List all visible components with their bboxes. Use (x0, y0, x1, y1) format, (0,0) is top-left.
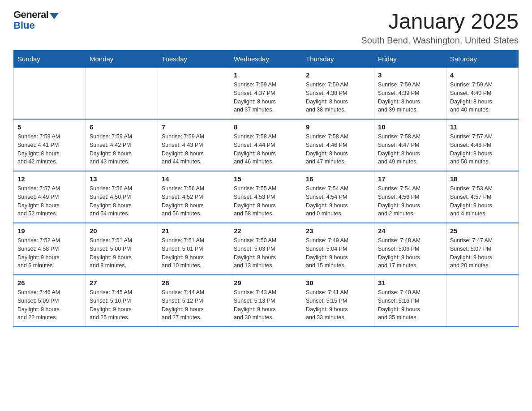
calendar-cell (86, 68, 158, 120)
cell-day-number: 17 (378, 175, 442, 183)
title-section: January 2025 South Bend, Washington, Uni… (361, 9, 519, 46)
cell-info-text: Sunrise: 7:47 AMSunset: 5:07 PMDaylight:… (450, 236, 515, 270)
logo: General Blue (13, 9, 59, 31)
cell-info-text: Sunrise: 7:40 AMSunset: 5:16 PMDaylight:… (378, 288, 442, 322)
calendar-cell: 12Sunrise: 7:57 AMSunset: 4:49 PMDayligh… (14, 171, 86, 223)
calendar-week-4: 19Sunrise: 7:52 AMSunset: 4:58 PMDayligh… (14, 223, 519, 275)
cell-info-text: Sunrise: 7:52 AMSunset: 4:58 PMDaylight:… (17, 236, 82, 270)
cell-info-text: Sunrise: 7:45 AMSunset: 5:10 PMDaylight:… (90, 288, 154, 322)
cell-day-number: 13 (90, 175, 154, 183)
calendar-cell: 28Sunrise: 7:44 AMSunset: 5:12 PMDayligh… (158, 275, 230, 327)
cell-info-text: Sunrise: 7:58 AMSunset: 4:46 PMDaylight:… (306, 133, 370, 166)
logo-arrow-icon (50, 13, 59, 19)
calendar-cell: 3Sunrise: 7:59 AMSunset: 4:39 PMDaylight… (374, 68, 446, 120)
cell-info-text: Sunrise: 7:51 AMSunset: 5:01 PMDaylight:… (162, 236, 226, 270)
calendar-cell: 10Sunrise: 7:58 AMSunset: 4:47 PMDayligh… (374, 119, 446, 171)
calendar-cell: 21Sunrise: 7:51 AMSunset: 5:01 PMDayligh… (158, 223, 230, 275)
cell-info-text: Sunrise: 7:41 AMSunset: 5:15 PMDaylight:… (306, 288, 370, 322)
weekday-header-thursday: Thursday (302, 51, 374, 68)
cell-day-number: 7 (162, 123, 226, 131)
calendar-cell: 14Sunrise: 7:56 AMSunset: 4:52 PMDayligh… (158, 171, 230, 223)
calendar-week-1: 1Sunrise: 7:59 AMSunset: 4:37 PMDaylight… (14, 68, 519, 120)
cell-day-number: 31 (378, 279, 442, 287)
cell-info-text: Sunrise: 7:59 AMSunset: 4:43 PMDaylight:… (162, 133, 226, 166)
calendar-cell (14, 68, 86, 120)
cell-info-text: Sunrise: 7:59 AMSunset: 4:42 PMDaylight:… (90, 133, 154, 166)
cell-day-number: 18 (450, 175, 515, 183)
calendar-cell: 30Sunrise: 7:41 AMSunset: 5:15 PMDayligh… (302, 275, 374, 327)
cell-info-text: Sunrise: 7:59 AMSunset: 4:41 PMDaylight:… (17, 133, 82, 166)
calendar-cell: 11Sunrise: 7:57 AMSunset: 4:48 PMDayligh… (446, 119, 519, 171)
calendar-cell: 18Sunrise: 7:53 AMSunset: 4:57 PMDayligh… (446, 171, 519, 223)
calendar-body: 1Sunrise: 7:59 AMSunset: 4:37 PMDaylight… (14, 68, 519, 327)
cell-info-text: Sunrise: 7:54 AMSunset: 4:54 PMDaylight:… (306, 184, 370, 218)
calendar-cell: 24Sunrise: 7:48 AMSunset: 5:06 PMDayligh… (374, 223, 446, 275)
cell-info-text: Sunrise: 7:59 AMSunset: 4:40 PMDaylight:… (450, 81, 515, 114)
calendar-cell: 22Sunrise: 7:50 AMSunset: 5:03 PMDayligh… (230, 223, 302, 275)
cell-day-number: 5 (17, 123, 82, 131)
cell-day-number: 28 (162, 279, 226, 287)
cell-day-number: 3 (378, 71, 442, 79)
cell-day-number: 23 (306, 227, 370, 235)
calendar-cell: 5Sunrise: 7:59 AMSunset: 4:41 PMDaylight… (14, 119, 86, 171)
cell-day-number: 2 (306, 71, 370, 79)
cell-info-text: Sunrise: 7:59 AMSunset: 4:39 PMDaylight:… (378, 81, 442, 114)
cell-info-text: Sunrise: 7:51 AMSunset: 5:00 PMDaylight:… (90, 236, 154, 270)
calendar-header: SundayMondayTuesdayWednesdayThursdayFrid… (14, 51, 519, 68)
cell-info-text: Sunrise: 7:49 AMSunset: 5:04 PMDaylight:… (306, 236, 370, 270)
cell-info-text: Sunrise: 7:59 AMSunset: 4:37 PMDaylight:… (234, 81, 298, 114)
cell-info-text: Sunrise: 7:56 AMSunset: 4:50 PMDaylight:… (90, 184, 154, 218)
cell-info-text: Sunrise: 7:57 AMSunset: 4:48 PMDaylight:… (450, 133, 515, 166)
calendar-cell: 9Sunrise: 7:58 AMSunset: 4:46 PMDaylight… (302, 119, 374, 171)
cell-info-text: Sunrise: 7:44 AMSunset: 5:12 PMDaylight:… (162, 288, 226, 322)
cell-day-number: 10 (378, 123, 442, 131)
cell-info-text: Sunrise: 7:58 AMSunset: 4:47 PMDaylight:… (378, 133, 442, 166)
weekday-header-friday: Friday (374, 51, 446, 68)
weekday-header-tuesday: Tuesday (158, 51, 230, 68)
calendar-cell: 17Sunrise: 7:54 AMSunset: 4:56 PMDayligh… (374, 171, 446, 223)
calendar-week-3: 12Sunrise: 7:57 AMSunset: 4:49 PMDayligh… (14, 171, 519, 223)
calendar-cell: 4Sunrise: 7:59 AMSunset: 4:40 PMDaylight… (446, 68, 519, 120)
calendar-cell: 2Sunrise: 7:59 AMSunset: 4:38 PMDaylight… (302, 68, 374, 120)
cell-info-text: Sunrise: 7:57 AMSunset: 4:49 PMDaylight:… (17, 184, 82, 218)
calendar-cell: 23Sunrise: 7:49 AMSunset: 5:04 PMDayligh… (302, 223, 374, 275)
cell-day-number: 26 (17, 279, 82, 287)
cell-day-number: 27 (90, 279, 154, 287)
weekday-header-wednesday: Wednesday (230, 51, 302, 68)
cell-day-number: 11 (450, 123, 515, 131)
calendar-cell: 16Sunrise: 7:54 AMSunset: 4:54 PMDayligh… (302, 171, 374, 223)
cell-info-text: Sunrise: 7:48 AMSunset: 5:06 PMDaylight:… (378, 236, 442, 270)
cell-day-number: 24 (378, 227, 442, 235)
calendar-cell: 8Sunrise: 7:58 AMSunset: 4:44 PMDaylight… (230, 119, 302, 171)
cell-day-number: 21 (162, 227, 226, 235)
weekday-header-monday: Monday (86, 51, 158, 68)
calendar-cell (446, 275, 519, 327)
cell-info-text: Sunrise: 7:54 AMSunset: 4:56 PMDaylight:… (378, 184, 442, 218)
cell-info-text: Sunrise: 7:59 AMSunset: 4:38 PMDaylight:… (306, 81, 370, 114)
cell-info-text: Sunrise: 7:50 AMSunset: 5:03 PMDaylight:… (234, 236, 298, 270)
calendar-week-5: 26Sunrise: 7:46 AMSunset: 5:09 PMDayligh… (14, 275, 519, 327)
cell-info-text: Sunrise: 7:53 AMSunset: 4:57 PMDaylight:… (450, 184, 515, 218)
weekday-header-sunday: Sunday (14, 51, 86, 68)
cell-day-number: 29 (234, 279, 298, 287)
calendar-cell: 15Sunrise: 7:55 AMSunset: 4:53 PMDayligh… (230, 171, 302, 223)
cell-day-number: 12 (17, 175, 82, 183)
cell-day-number: 15 (234, 175, 298, 183)
cell-info-text: Sunrise: 7:56 AMSunset: 4:52 PMDaylight:… (162, 184, 226, 218)
logo-blue-text: Blue (13, 20, 35, 31)
cell-day-number: 19 (17, 227, 82, 235)
weekday-row: SundayMondayTuesdayWednesdayThursdayFrid… (14, 51, 519, 68)
location-title: South Bend, Washington, United States (361, 35, 519, 46)
cell-day-number: 4 (450, 71, 515, 79)
cell-day-number: 25 (450, 227, 515, 235)
cell-day-number: 1 (234, 71, 298, 79)
calendar-cell: 26Sunrise: 7:46 AMSunset: 5:09 PMDayligh… (14, 275, 86, 327)
cell-day-number: 6 (90, 123, 154, 131)
cell-day-number: 30 (306, 279, 370, 287)
calendar-cell: 1Sunrise: 7:59 AMSunset: 4:37 PMDaylight… (230, 68, 302, 120)
cell-day-number: 9 (306, 123, 370, 131)
calendar-cell: 25Sunrise: 7:47 AMSunset: 5:07 PMDayligh… (446, 223, 519, 275)
cell-info-text: Sunrise: 7:58 AMSunset: 4:44 PMDaylight:… (234, 133, 298, 166)
calendar-cell: 31Sunrise: 7:40 AMSunset: 5:16 PMDayligh… (374, 275, 446, 327)
calendar-cell: 27Sunrise: 7:45 AMSunset: 5:10 PMDayligh… (86, 275, 158, 327)
